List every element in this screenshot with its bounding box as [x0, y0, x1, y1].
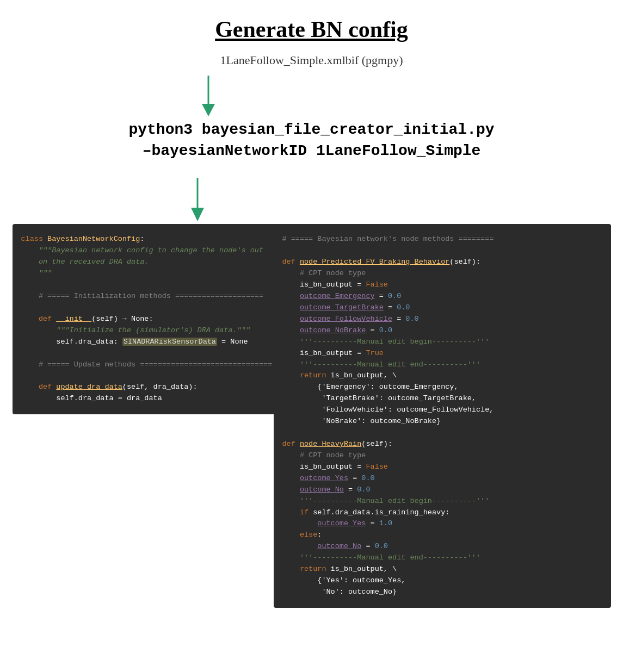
command-line2: –bayesianNetworkID 1LaneFollow_Simple	[0, 140, 623, 161]
arrow-1	[13, 76, 611, 119]
page-title: Generate BN config	[0, 16, 623, 42]
code-panel-left: class BayesianNetworkConfig: """Bayesian…	[13, 224, 306, 414]
subtitle: 1LaneFollow_Simple.xmlbif (pgmpy)	[0, 53, 623, 67]
code-panel-right: # ===== Bayesian network's node methods …	[274, 224, 611, 608]
svg-marker-3	[191, 208, 204, 221]
code-panels: class BayesianNetworkConfig: """Bayesian…	[13, 224, 611, 458]
command-line1: python3 bayesian_file_creator_initial.py	[0, 119, 623, 140]
command-block: python3 bayesian_file_creator_initial.py…	[0, 119, 623, 161]
svg-marker-1	[202, 104, 215, 116]
